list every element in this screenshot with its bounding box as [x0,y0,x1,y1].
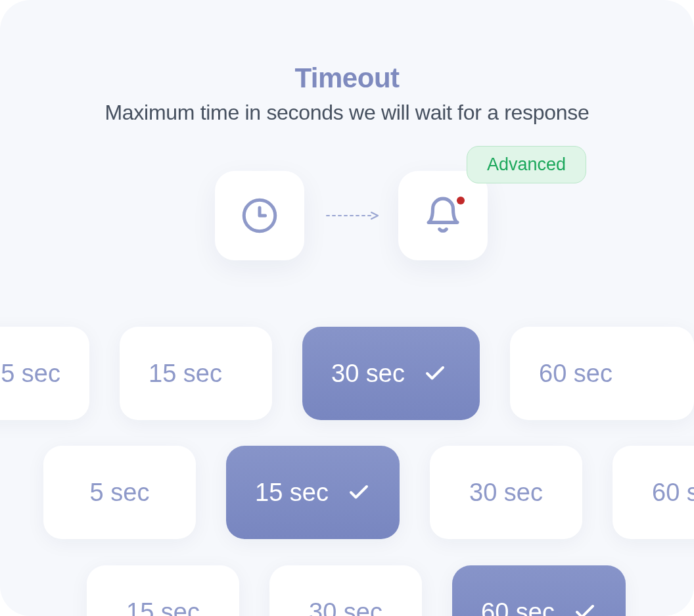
page-title: Timeout [0,62,694,94]
timeout-option-15sec[interactable]: 15 sec [120,327,272,420]
clock-tile [215,171,304,260]
option-row-1: 5 sec 15 sec 30 sec 60 sec [0,327,694,420]
option-label: 15 sec [149,360,222,388]
check-icon [423,362,447,385]
clock-icon [240,196,279,235]
bell-tile [398,171,488,260]
timeout-option-15sec[interactable]: 15 sec [87,565,239,616]
page-subtitle: Maximum time in seconds we will wait for… [0,101,694,125]
bell-notification-icon [423,195,463,236]
option-label: 15 sec [126,598,200,617]
check-icon [347,481,371,504]
timeout-option-15sec[interactable]: 15 sec [226,446,400,539]
advanced-badge: Advanced [467,146,586,183]
timeout-card: Timeout Maximum time in seconds we will … [0,0,694,616]
option-label: 60 sec [539,360,613,388]
option-label: 60 sec [652,479,694,507]
option-label: 5 sec [1,360,60,388]
option-label: 30 sec [331,360,405,388]
timeout-option-60sec[interactable]: 60 sec [510,327,694,420]
option-label: 15 sec [255,479,329,507]
timeout-option-5sec[interactable]: 5 sec [0,327,89,420]
timeout-option-30sec[interactable]: 30 sec [430,446,582,539]
arrow-right-icon [325,212,379,220]
timeout-option-60sec[interactable]: 60 sec [452,565,626,616]
option-label: 5 sec [90,479,150,507]
illustration-row: Advanced [0,171,694,316]
timeout-option-30sec[interactable]: 30 sec [302,327,480,420]
option-label: 30 sec [309,598,382,617]
option-row-2: 5 sec 15 sec 30 sec 60 sec [43,446,694,539]
option-label: 30 sec [469,479,543,507]
timeout-option-30sec[interactable]: 30 sec [269,565,422,616]
timeout-option-5sec[interactable]: 5 sec [43,446,196,539]
timeout-option-60sec[interactable]: 60 sec [613,446,694,539]
header: Timeout Maximum time in seconds we will … [0,0,694,125]
check-icon [573,600,597,616]
option-row-3: 15 sec 30 sec 60 sec [87,565,694,616]
option-label: 60 sec [481,598,555,617]
